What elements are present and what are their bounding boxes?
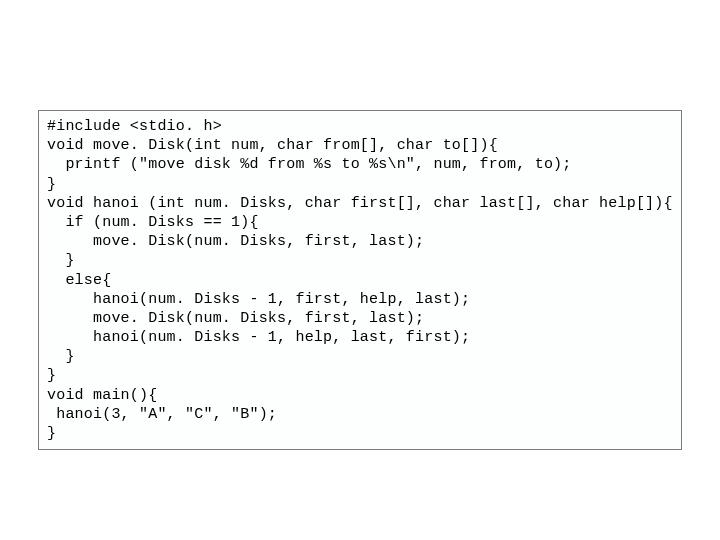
code-container: #include <stdio. h> void move. Disk(int … xyxy=(38,110,682,450)
code-block: #include <stdio. h> void move. Disk(int … xyxy=(47,117,673,443)
